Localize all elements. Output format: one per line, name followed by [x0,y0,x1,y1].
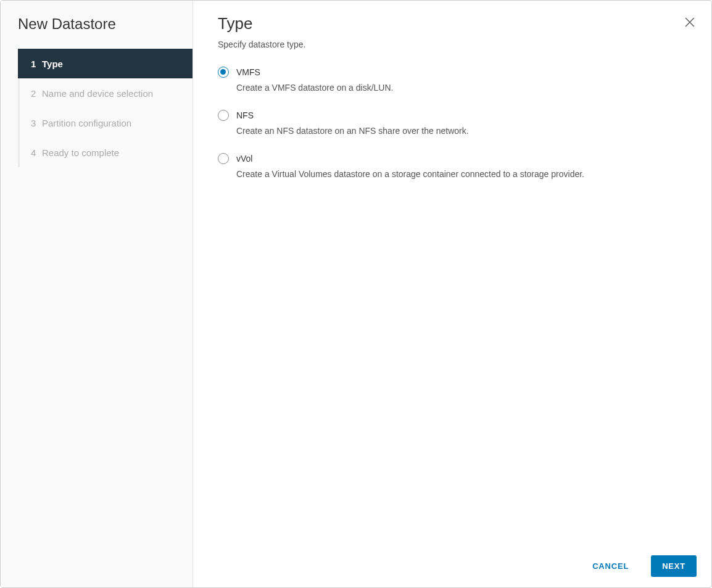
option-desc: Create a Virtual Volumes datastore on a … [236,169,584,179]
wizard-content: Type Specify datastore type. VMFS Create… [193,1,711,587]
option-desc: Create an NFS datastore on an NFS share … [236,126,469,136]
step-label: Ready to complete [42,147,119,158]
close-icon [683,15,697,29]
option-label: VMFS [236,67,393,78]
step-number: 4 [31,147,42,158]
step-number: 3 [31,118,42,128]
page-subtitle: Specify datastore type. [218,39,687,49]
wizard-footer: CANCEL NEXT [193,544,711,587]
option-nfs[interactable]: NFS Create an NFS datastore on an NFS sh… [218,110,687,136]
option-vvol[interactable]: vVol Create a Virtual Volumes datastore … [218,153,687,179]
next-button[interactable]: NEXT [651,555,697,577]
option-body: VMFS Create a VMFS datastore on a disk/L… [236,67,393,93]
option-desc: Create a VMFS datastore on a disk/LUN. [236,83,393,93]
wizard-steps: 1 Type 2 Name and device selection 3 Par… [18,49,192,167]
page-title: Type [218,14,687,33]
cancel-button[interactable]: CANCEL [581,555,640,577]
radio-icon [218,67,229,78]
wizard-step-type[interactable]: 1 Type [18,49,192,78]
option-label: vVol [236,153,584,164]
wizard-step-ready[interactable]: 4 Ready to complete [20,138,192,167]
wizard-title: New Datastore [1,15,192,49]
step-label: Type [42,59,63,69]
step-label: Name and device selection [42,88,153,99]
wizard-step-name-device[interactable]: 2 Name and device selection [20,78,192,108]
option-body: NFS Create an NFS datastore on an NFS sh… [236,110,469,136]
new-datastore-dialog: New Datastore 1 Type 2 Name and device s… [0,0,712,588]
option-vmfs[interactable]: VMFS Create a VMFS datastore on a disk/L… [218,67,687,93]
radio-icon [218,153,229,164]
wizard-step-partition[interactable]: 3 Partition configuration [20,108,192,138]
step-number: 1 [31,59,42,69]
option-body: vVol Create a Virtual Volumes datastore … [236,153,584,179]
wizard-sidebar: New Datastore 1 Type 2 Name and device s… [1,1,193,587]
option-label: NFS [236,110,469,121]
radio-icon [218,110,229,121]
step-label: Partition configuration [42,118,131,128]
content-inner: Type Specify datastore type. VMFS Create… [193,1,711,544]
close-button[interactable] [683,15,697,29]
step-number: 2 [31,88,42,99]
